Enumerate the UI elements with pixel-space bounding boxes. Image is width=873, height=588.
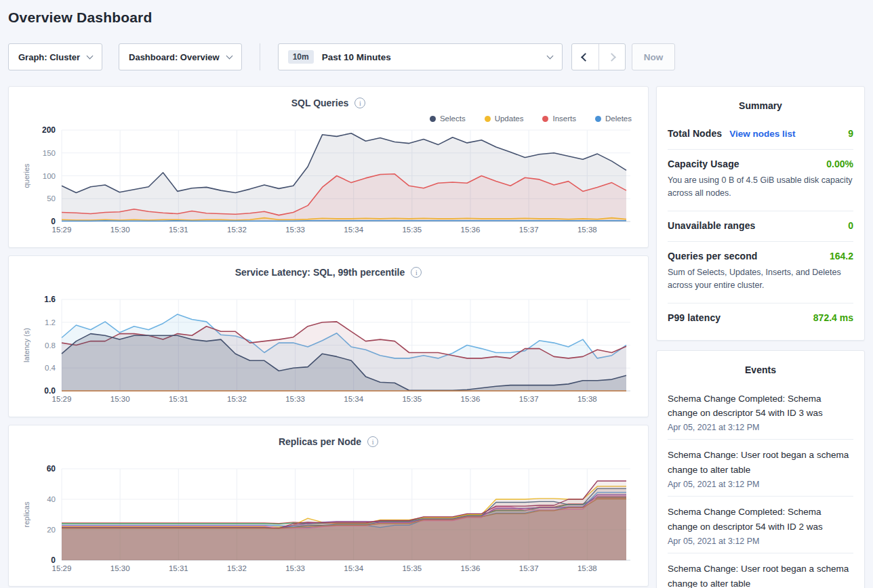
svg-text:1.6: 1.6 <box>44 295 56 304</box>
svg-text:15:38: 15:38 <box>577 395 597 403</box>
svg-text:0.8: 0.8 <box>45 341 56 350</box>
svg-text:0: 0 <box>51 555 56 565</box>
summary-label: Capacity Usage <box>668 159 739 169</box>
svg-text:60: 60 <box>47 465 56 474</box>
svg-text:15:35: 15:35 <box>402 564 422 572</box>
chart-legend: SelectsUpdatesInsertsDeletes <box>20 111 637 126</box>
time-next-button[interactable] <box>598 44 625 70</box>
event-text[interactable]: Schema Change Completed: Schema change o… <box>668 392 853 421</box>
summary-value: 0 <box>848 220 853 231</box>
svg-text:150: 150 <box>43 149 56 157</box>
event-item: Schema Change: User root began a schema … <box>668 553 853 588</box>
legend-label: Deletes <box>605 114 632 123</box>
svg-text:15:31: 15:31 <box>169 226 188 234</box>
legend-dot-icon <box>430 116 436 122</box>
svg-text:15:36: 15:36 <box>461 226 481 234</box>
svg-text:0.4: 0.4 <box>45 364 56 372</box>
summary-value: 9 <box>848 128 853 139</box>
svg-text:100: 100 <box>43 172 56 180</box>
svg-text:15:38: 15:38 <box>577 564 597 572</box>
event-text[interactable]: Schema Change Completed: Schema change o… <box>668 505 853 534</box>
event-timestamp: Apr 05, 2021 at 3:12 PM <box>668 537 853 546</box>
sql-queries-plot[interactable]: 15:2915:3015:3115:3215:3315:3415:3515:36… <box>20 126 638 236</box>
svg-text:15:30: 15:30 <box>110 395 130 403</box>
legend-label: Updates <box>495 114 524 123</box>
chevron-left-icon <box>581 53 590 62</box>
events-panel: Events Schema Change Completed: Schema c… <box>656 350 865 588</box>
page-title: Overview Dashboard <box>8 9 865 26</box>
dashboard-dropdown[interactable]: Dashboard: Overview <box>119 43 242 70</box>
legend-item[interactable]: Selects <box>430 114 466 123</box>
replicas-per-node-chart-card: Replicas per Node 15:2915:3015:3115:3215… <box>8 425 649 587</box>
svg-text:15:30: 15:30 <box>110 564 130 572</box>
event-timestamp: Apr 05, 2021 at 3:12 PM <box>668 423 853 432</box>
chart-title: SQL Queries <box>291 98 349 108</box>
event-item: Schema Change: User root began a schema … <box>668 440 853 497</box>
summary-label: Queries per second <box>668 251 758 261</box>
graph-dropdown[interactable]: Graph: Cluster <box>8 43 102 70</box>
view-nodes-list-link[interactable]: View nodes list <box>729 129 795 139</box>
svg-text:15:29: 15:29 <box>52 226 72 234</box>
chevron-right-icon <box>607 53 616 62</box>
graph-dropdown-label: Graph: Cluster <box>18 52 80 62</box>
svg-text:15:37: 15:37 <box>519 395 539 403</box>
svg-text:15:34: 15:34 <box>344 564 363 572</box>
dashboard-dropdown-label: Dashboard: Overview <box>129 52 220 62</box>
legend-item[interactable]: Deletes <box>595 114 632 123</box>
event-item: Schema Change Completed: Schema change o… <box>668 383 853 440</box>
summary-panel: Summary Total Nodes View nodes list 9 Ca… <box>656 86 865 341</box>
legend-item[interactable]: Updates <box>485 114 524 123</box>
legend-item[interactable]: Inserts <box>542 114 576 123</box>
event-text[interactable]: Schema Change: User root began a schema … <box>668 448 853 478</box>
time-range-dropdown[interactable]: 10m Past 10 Minutes <box>278 43 563 70</box>
chart-legend <box>20 280 637 295</box>
replicas-per-node-plot[interactable]: 15:2915:3015:3115:3215:3315:3415:3515:36… <box>20 465 638 575</box>
svg-text:15:29: 15:29 <box>52 395 72 403</box>
svg-text:0.0: 0.0 <box>44 386 56 396</box>
svg-text:40: 40 <box>47 495 56 503</box>
svg-text:15:34: 15:34 <box>344 226 363 234</box>
legend-label: Inserts <box>552 114 576 123</box>
svg-text:15:36: 15:36 <box>461 564 481 572</box>
summary-row-queries-per-second: Queries per second 164.2 Sum of Selects,… <box>668 242 853 303</box>
main-content: SQL Queries SelectsUpdatesInsertsDeletes… <box>8 86 865 588</box>
svg-text:50: 50 <box>47 194 56 203</box>
event-timestamp: Apr 05, 2021 at 3:12 PM <box>668 480 853 489</box>
now-button[interactable]: Now <box>632 43 676 70</box>
svg-text:15:33: 15:33 <box>285 226 305 234</box>
info-icon[interactable] <box>354 98 365 108</box>
legend-dot-icon <box>595 116 601 122</box>
chart-title: Service Latency: SQL, 99th percentile <box>235 267 405 278</box>
service-latency-chart-card: Service Latency: SQL, 99th percentile 15… <box>8 255 649 417</box>
info-icon[interactable] <box>411 267 422 278</box>
summary-row-p99-latency: P99 latency 872.4 ms <box>668 303 853 333</box>
svg-text:15:29: 15:29 <box>52 564 72 572</box>
service-latency-plot[interactable]: 15:2915:3015:3115:3215:3315:3415:3515:36… <box>20 295 638 406</box>
svg-text:15:32: 15:32 <box>227 564 247 572</box>
chart-title: Replicas per Node <box>279 436 361 447</box>
svg-text:15:37: 15:37 <box>519 564 539 572</box>
time-nav-group <box>571 43 626 70</box>
svg-text:15:35: 15:35 <box>402 226 422 234</box>
sql-queries-chart-card: SQL Queries SelectsUpdatesInsertsDeletes… <box>8 86 649 248</box>
summary-row-unavailable-ranges: Unavailable ranges 0 <box>668 211 853 242</box>
time-prev-button[interactable] <box>572 44 598 70</box>
legend-dot-icon <box>542 116 548 122</box>
legend-dot-icon <box>485 116 491 122</box>
chevron-down-icon <box>226 52 232 59</box>
chevron-down-icon <box>546 52 553 59</box>
event-text[interactable]: Schema Change: User root began a schema … <box>668 562 853 588</box>
page: Overview Dashboard Graph: Cluster Dashbo… <box>0 9 873 588</box>
summary-label: Unavailable ranges <box>668 220 755 231</box>
summary-subtext: Sum of Selects, Updates, Inserts, and De… <box>668 266 853 293</box>
svg-text:15:32: 15:32 <box>227 226 247 234</box>
summary-label: Total Nodes <box>668 128 722 139</box>
info-icon[interactable] <box>367 436 378 447</box>
svg-text:0: 0 <box>51 217 56 226</box>
svg-text:15:33: 15:33 <box>285 395 305 403</box>
svg-text:200: 200 <box>42 126 56 135</box>
svg-text:15:37: 15:37 <box>519 226 539 234</box>
summary-subtext: You are using 0 B of 4.5 GiB usable disk… <box>668 174 853 201</box>
svg-text:1.2: 1.2 <box>45 318 56 327</box>
svg-text:15:34: 15:34 <box>344 395 363 403</box>
